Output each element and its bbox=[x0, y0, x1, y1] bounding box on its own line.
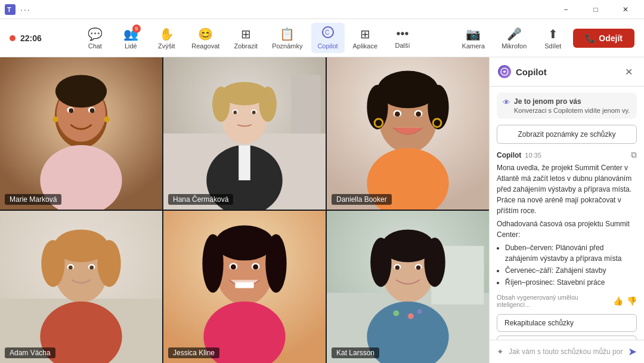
svg-point-55 bbox=[265, 234, 286, 293]
view-label: Zobrazit bbox=[234, 42, 258, 50]
svg-point-12 bbox=[52, 116, 58, 122]
title-bar-controls: − □ ✕ bbox=[552, 0, 639, 19]
ai-generated-notice: Obsah vygenerovaný umělou inteligencí...… bbox=[497, 294, 637, 308]
svg-point-74 bbox=[393, 310, 399, 316]
video-tile-1: Marie Marková bbox=[0, 57, 162, 210]
notes-label: Poznámky bbox=[272, 42, 302, 50]
copilot-input[interactable] bbox=[509, 347, 623, 356]
video-tile-4: Adam Vácha bbox=[0, 211, 162, 363]
chat-icon: 💬 bbox=[88, 27, 103, 41]
timeline-item-1: Duben–červen: Plánování před zahájením v… bbox=[505, 242, 637, 264]
mic-button[interactable]: 🎤 Mikrofon bbox=[496, 23, 532, 53]
svg-rect-60 bbox=[235, 282, 253, 288]
svg-point-59 bbox=[253, 264, 258, 270]
mic-icon: 🎤 bbox=[507, 27, 522, 41]
send-button[interactable]: ➤ bbox=[628, 345, 637, 358]
share-button[interactable]: ⬆ Sdílet bbox=[537, 23, 568, 53]
copilot-message: Copilot 10:35 ⧉ Mona uvedla, že projekt … bbox=[497, 150, 637, 308]
copilot-body: 👁 Je to jenom pro vás Konverzaci s Copil… bbox=[490, 87, 644, 340]
svg-point-36 bbox=[416, 112, 421, 117]
video-name-5: Jessica Kline bbox=[168, 347, 219, 358]
message-header: Copilot 10:35 ⧉ bbox=[497, 150, 637, 160]
raise-label: Zvýšit bbox=[158, 42, 175, 50]
svg-point-20 bbox=[212, 87, 230, 122]
maximize-button[interactable]: □ bbox=[582, 0, 609, 19]
svg-point-7 bbox=[55, 75, 107, 107]
title-bar: T ··· − □ ✕ bbox=[0, 0, 644, 19]
notes-icon: 📋 bbox=[280, 27, 295, 41]
notice-text: Konverzaci s Copilotem vidíte jenom vy. bbox=[514, 107, 630, 114]
toolbar-apps[interactable]: ⊞ Aplikace bbox=[347, 23, 384, 53]
svg-point-76 bbox=[417, 309, 422, 314]
svg-rect-17 bbox=[291, 75, 320, 133]
toolbar-raise[interactable]: ✋ Zvýšit bbox=[150, 23, 183, 53]
message-timeline-heading: Odhadovaná časová osa projektu Summit Ce… bbox=[497, 219, 637, 240]
timeline-item-3: Říjen–prosinec: Stavební práce bbox=[505, 277, 637, 288]
minimize-button[interactable]: − bbox=[552, 0, 580, 19]
mic-label: Mikrofon bbox=[501, 42, 527, 50]
video-grid: Marie Marková bbox=[0, 57, 489, 363]
message-sender: Copilot bbox=[497, 151, 521, 159]
leave-phone-icon: 📞 bbox=[585, 33, 595, 43]
copilot-toolbar-icon: C bbox=[322, 26, 334, 41]
react-icon: 😊 bbox=[198, 27, 213, 41]
message-timeline-list: Duben–červen: Plánování před zahájením v… bbox=[505, 242, 637, 289]
svg-text:T: T bbox=[7, 6, 11, 13]
toolbar-left: 22:06 bbox=[10, 33, 42, 43]
video-tile-3: Daniella Booker bbox=[327, 57, 489, 210]
action-items-button[interactable]: Seznam položek akcí ↺ bbox=[497, 336, 637, 340]
svg-point-58 bbox=[231, 264, 236, 270]
svg-point-53 bbox=[215, 226, 274, 261]
ai-note-actions: 👍 👎 bbox=[613, 296, 637, 306]
svg-point-45 bbox=[97, 240, 120, 287]
people-icon: 👥9 bbox=[123, 27, 138, 41]
recap-button[interactable]: Rekapitulace schůzky bbox=[497, 314, 637, 332]
svg-point-44 bbox=[41, 240, 64, 287]
svg-point-35 bbox=[395, 112, 400, 117]
copy-message-button[interactable]: ⧉ bbox=[631, 150, 637, 160]
video-name-3: Daniella Booker bbox=[332, 194, 392, 205]
toolbar-view[interactable]: ⊞ Zobrazit bbox=[228, 23, 264, 53]
svg-point-13 bbox=[104, 116, 110, 122]
copilot-panel: Copilot ✕ 👁 Je to jenom pro vás Konverza… bbox=[489, 57, 644, 363]
svg-point-68 bbox=[424, 238, 445, 287]
raise-icon: ✋ bbox=[159, 27, 174, 41]
toolbar-people[interactable]: 👥9 Lidé bbox=[114, 23, 147, 53]
more-icon: ••• bbox=[397, 27, 409, 41]
svg-point-11 bbox=[90, 108, 95, 113]
svg-point-67 bbox=[370, 238, 391, 287]
share-label: Sdílet bbox=[544, 42, 561, 50]
toolbar-chat[interactable]: 💬 Chat bbox=[78, 23, 112, 53]
svg-rect-27 bbox=[239, 145, 250, 180]
record-time: 22:06 bbox=[20, 33, 42, 43]
eye-icon: 👁 bbox=[503, 98, 510, 107]
leave-button[interactable]: 📞 Copilot Odejít bbox=[573, 29, 634, 48]
toolbar-notes[interactable]: 📋 Poznámky bbox=[266, 23, 308, 53]
record-indicator bbox=[10, 35, 16, 41]
copilot-close-button[interactable]: ✕ bbox=[621, 64, 636, 79]
camera-icon: 📷 bbox=[466, 27, 481, 41]
close-button[interactable]: ✕ bbox=[612, 0, 639, 19]
notice-title: Je to jenom pro vás bbox=[514, 97, 630, 106]
video-name-4: Adam Vácha bbox=[5, 347, 55, 358]
apps-label: Aplikace bbox=[353, 42, 378, 50]
show-notes-button[interactable]: Zobrazit poznámky ze schůzky bbox=[497, 125, 637, 144]
thumbs-up-button[interactable]: 👍 bbox=[613, 296, 623, 306]
chat-label: Chat bbox=[88, 42, 102, 50]
svg-point-10 bbox=[69, 108, 73, 113]
camera-button[interactable]: 📷 Kamera bbox=[456, 23, 491, 53]
apps-icon: ⊞ bbox=[360, 27, 370, 41]
svg-point-48 bbox=[69, 266, 73, 270]
toolbar-copilot[interactable]: C Copilot bbox=[311, 23, 345, 53]
thumbs-down-button[interactable]: 👎 bbox=[627, 296, 637, 306]
toolbar-more[interactable]: ••• Další bbox=[386, 23, 419, 53]
svg-text:C: C bbox=[325, 29, 329, 36]
video-name-1: Marie Marková bbox=[5, 194, 61, 205]
title-bar-dots[interactable]: ··· bbox=[20, 5, 31, 14]
copilot-header: Copilot ✕ bbox=[490, 57, 644, 87]
video-name-6: Kat Larsson bbox=[332, 347, 379, 358]
svg-point-72 bbox=[416, 265, 420, 269]
toolbar-react[interactable]: 😊 Reagovat bbox=[185, 23, 225, 53]
message-time: 10:35 bbox=[525, 152, 541, 159]
react-label: Reagovat bbox=[191, 42, 219, 50]
